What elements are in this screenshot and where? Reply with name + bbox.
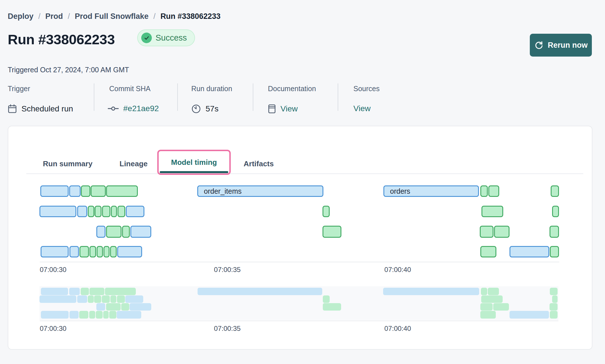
timing-bar[interactable] [39, 206, 76, 217]
minimap-bar [480, 311, 496, 319]
time-axis-line [40, 321, 558, 321]
timing-bar[interactable] [95, 206, 102, 217]
timing-bar[interactable] [118, 206, 125, 217]
timing-bar[interactable] [130, 226, 151, 238]
minimap-bar [510, 311, 549, 319]
tab-model-timing[interactable]: Model timing [157, 150, 231, 175]
breadcrumb-separator: / [154, 12, 156, 21]
minimap-bar [117, 295, 125, 303]
meta-label-run-duration: Run duration [191, 85, 232, 93]
meta-label-documentation: Documentation [268, 85, 316, 93]
sources-view-link[interactable]: View [353, 104, 371, 113]
timing-bar[interactable] [551, 185, 559, 197]
page-title: Run #338062233 [8, 31, 115, 47]
meta-divider [338, 83, 338, 111]
timing-bar[interactable] [106, 226, 122, 238]
minimap-bar [89, 311, 95, 319]
timing-bar[interactable] [77, 206, 87, 217]
minimap-bar [552, 295, 558, 303]
meta-divider [253, 83, 253, 111]
breadcrumb-run: Run #338062233 [160, 12, 220, 21]
timing-bar[interactable] [550, 246, 559, 257]
meta-value-commit-sha[interactable]: #e21ae92 [108, 104, 159, 113]
minimap-bar [383, 288, 479, 295]
meta-value-documentation[interactable]: View [268, 104, 298, 114]
timing-bar[interactable] [126, 206, 144, 217]
timing-bar[interactable] [480, 226, 493, 238]
timing-bar[interactable] [117, 246, 142, 257]
minimap-bar [39, 295, 76, 303]
run-duration-value: 57s [206, 104, 218, 113]
timing-bar[interactable] [488, 185, 499, 197]
timing-bar[interactable] [88, 206, 94, 217]
timing-bar[interactable] [96, 226, 106, 238]
timing-bar[interactable] [323, 226, 341, 238]
minimap-bar [198, 288, 322, 295]
timing-bar[interactable] [97, 246, 103, 257]
timing-bar[interactable] [81, 185, 90, 197]
minimap-bar [550, 303, 558, 311]
minimap-bar [88, 295, 94, 303]
tab-lineage[interactable]: Lineage [120, 159, 148, 168]
timing-bar[interactable] [102, 206, 110, 217]
meta-label-trigger: Trigger [8, 85, 30, 93]
timing-bar[interactable]: orders [383, 185, 479, 197]
minimap-bar [121, 303, 129, 311]
meta-label-commit-sha: Commit SHA [109, 85, 150, 93]
minimap-bar [130, 303, 151, 311]
minimap-bar [109, 311, 116, 319]
breadcrumb-job[interactable]: Prod Full Snowflake [75, 12, 149, 21]
minimap-bar [106, 303, 121, 311]
meta-value-run-duration: 57s [191, 104, 218, 114]
minimap-bar [77, 295, 87, 303]
rerun-now-button[interactable]: Rerun now [530, 34, 592, 57]
minimap-bar [481, 288, 487, 295]
tab-run-summary[interactable]: Run summary [43, 159, 92, 168]
minimap-bar [103, 311, 109, 319]
timing-bar[interactable] [481, 206, 503, 217]
timing-bar[interactable] [122, 226, 130, 238]
timing-bar[interactable] [552, 206, 559, 217]
timing-bar[interactable] [111, 206, 117, 217]
timing-bar[interactable] [550, 226, 559, 238]
timing-bar[interactable] [69, 246, 79, 257]
tab-artifacts[interactable]: Artifacts [244, 159, 274, 168]
timing-bar[interactable] [40, 185, 69, 197]
minimap-bar [96, 303, 105, 311]
minimap-bar [117, 311, 141, 319]
timing-bar[interactable] [110, 246, 117, 257]
timing-bar[interactable] [106, 185, 138, 197]
minimap-bar [105, 288, 136, 295]
minimap-bar [69, 288, 80, 295]
meta-value-sources[interactable]: View [353, 104, 371, 113]
minimap-bar [493, 303, 509, 311]
tab-model-timing-label: Model timing [159, 158, 229, 167]
meta-divider [94, 83, 94, 111]
meta-divider [177, 83, 178, 111]
timing-bar[interactable] [104, 246, 110, 257]
timing-bar[interactable] [41, 246, 69, 257]
timing-bar[interactable] [89, 246, 96, 257]
time-axis-tick-label: 07:00:40 [384, 266, 411, 274]
minimap-bar [89, 288, 104, 295]
breadcrumb-prod[interactable]: Prod [45, 12, 63, 21]
clock-icon [191, 104, 201, 114]
minimap-bar [488, 288, 499, 295]
timing-bar[interactable] [323, 206, 330, 217]
commit-sha-link[interactable]: #e21ae92 [123, 104, 159, 113]
breadcrumb-deploy[interactable]: Deploy [8, 12, 33, 21]
meta-label-sources: Sources [353, 85, 380, 93]
timing-bar[interactable]: order_items [197, 185, 323, 197]
refresh-icon [534, 40, 544, 50]
commit-icon [108, 106, 119, 111]
timing-bar[interactable] [79, 246, 89, 257]
timing-bar[interactable] [91, 185, 106, 197]
timing-bar-label: order_items [204, 187, 242, 195]
timing-bar[interactable] [510, 246, 549, 257]
documentation-view-link[interactable]: View [280, 104, 298, 113]
timing-bar[interactable] [494, 226, 510, 238]
timing-bar[interactable] [480, 185, 488, 197]
breadcrumb: Deploy / Prod / Prod Full Snowflake / Ru… [8, 12, 220, 21]
timing-bar[interactable] [480, 246, 496, 257]
timing-bar[interactable] [69, 185, 81, 197]
